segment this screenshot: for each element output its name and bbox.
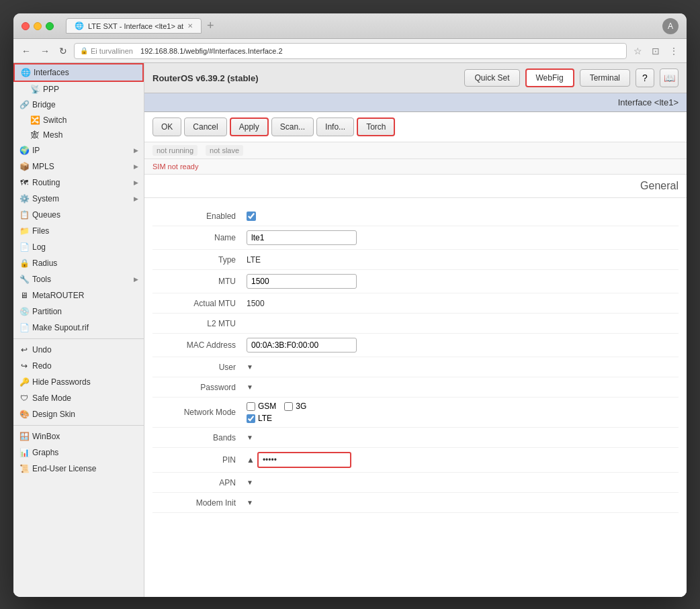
bookmark-button[interactable]: ☆ xyxy=(631,43,645,59)
sidebar-item-mesh[interactable]: 🕸 Mesh xyxy=(13,128,144,142)
3g-checkbox[interactable] xyxy=(284,402,293,411)
sidebar-item-winbox[interactable]: 🪟 WinBox xyxy=(13,428,144,444)
info-button[interactable]: Info... xyxy=(316,118,354,136)
terminal-button[interactable]: Terminal xyxy=(580,69,630,87)
type-label: Type xyxy=(152,255,247,265)
sidebar-item-metarouter[interactable]: 🖥 MetaROUTER xyxy=(13,287,144,303)
password-dropdown-arrow[interactable]: ▼ xyxy=(247,383,253,391)
mac-address-input[interactable] xyxy=(247,338,357,353)
not-running-tag: not running xyxy=(152,145,198,156)
lte-option[interactable]: LTE xyxy=(247,414,306,423)
interface-title: Interface <lte1> xyxy=(618,97,679,107)
traffic-lights xyxy=(21,22,54,30)
name-input[interactable] xyxy=(247,230,357,245)
tab-close-button[interactable]: ✕ xyxy=(187,22,193,30)
sidebar-item-make-supout[interactable]: 📄 Make Supout.rif xyxy=(13,320,144,336)
sidebar-item-interfaces[interactable]: 🌐 Interfaces xyxy=(13,63,144,82)
maximize-button[interactable] xyxy=(46,22,54,30)
network-mode-row: Network Mode GSM 3G xyxy=(152,397,679,428)
main-layout: 🌐 Interfaces 📡 PPP 🔗 Bridge 🔀 Switch 🕸 M… xyxy=(13,63,687,597)
password-row: Password ▼ xyxy=(152,377,679,397)
sidebar-item-tools[interactable]: 🔧 Tools xyxy=(13,271,144,287)
sidebar-item-queues[interactable]: 📋 Queues xyxy=(13,207,144,223)
sidebar-item-graphs[interactable]: 📊 Graphs xyxy=(13,444,144,461)
close-button[interactable] xyxy=(21,22,30,30)
webfig-button[interactable]: WebFig xyxy=(525,68,574,87)
sidebar-divider-2 xyxy=(13,425,144,426)
sidebar-item-label: Safe Mode xyxy=(32,393,71,403)
mtu-input[interactable] xyxy=(247,274,357,289)
3g-option[interactable]: 3G xyxy=(284,402,306,411)
new-tab-button[interactable]: + xyxy=(204,19,217,33)
sidebar-item-files[interactable]: 📁 Files xyxy=(13,223,144,239)
tab-title: LTE SXT - Interface <lte1> at xyxy=(88,22,183,30)
interface-panel: Interface <lte1> OK Cancel Apply Scan...… xyxy=(144,93,687,597)
sidebar-item-system[interactable]: ⚙️ System xyxy=(13,191,144,207)
bands-dropdown-arrow[interactable]: ▼ xyxy=(247,434,253,441)
cancel-button[interactable]: Cancel xyxy=(184,118,226,136)
sidebar-item-routing[interactable]: 🗺 Routing xyxy=(13,175,144,191)
reload-button[interactable]: ↻ xyxy=(56,43,70,59)
sidebar-item-ip[interactable]: 🌍 IP xyxy=(13,142,144,158)
undo-icon: ↩ xyxy=(19,344,30,355)
sidebar-item-label: Make Supout.rif xyxy=(32,323,89,332)
type-row: Type LTE xyxy=(152,250,679,270)
l2-mtu-row: L2 MTU xyxy=(152,314,679,334)
ok-button[interactable]: OK xyxy=(152,118,181,136)
help-button[interactable]: ? xyxy=(636,68,654,87)
sidebar-item-ppp[interactable]: 📡 PPP xyxy=(13,82,144,97)
profile-icon[interactable]: A xyxy=(662,18,679,34)
address-input-wrapper[interactable]: 🔒 Ei turvallinen 192.168.88.1/webfig/#In… xyxy=(74,43,627,59)
sidebar-item-undo[interactable]: ↩ Undo xyxy=(13,342,144,358)
metarouter-icon: 🖥 xyxy=(19,290,30,301)
enabled-checkbox[interactable] xyxy=(247,212,256,221)
lte-label: LTE xyxy=(258,414,272,423)
gsm-label: GSM xyxy=(258,402,276,411)
sidebar-item-label: Hide Passwords xyxy=(32,377,91,387)
sidebar-item-redo[interactable]: ↪ Redo xyxy=(13,358,144,374)
sidebar-item-label: Redo xyxy=(32,361,52,371)
menu-button[interactable]: ⋮ xyxy=(666,43,681,59)
sidebar-item-radius[interactable]: 🔒 Radius xyxy=(13,255,144,271)
pin-input[interactable] xyxy=(257,452,351,468)
modem-init-dropdown-arrow[interactable]: ▼ xyxy=(247,499,253,506)
apply-button[interactable]: Apply xyxy=(230,118,269,136)
torch-button[interactable]: Torch xyxy=(357,118,395,136)
pin-up-arrow[interactable]: ▲ xyxy=(247,455,255,465)
quick-set-button[interactable]: Quick Set xyxy=(464,69,519,87)
sim-status-bar: SIM not ready xyxy=(144,159,687,175)
sidebar-item-safe-mode[interactable]: 🛡 Safe Mode xyxy=(13,390,144,406)
book-button[interactable]: 📖 xyxy=(660,68,679,87)
gsm-checkbox[interactable] xyxy=(247,402,255,411)
back-button[interactable]: ← xyxy=(19,43,34,59)
gsm-option[interactable]: GSM xyxy=(247,402,276,411)
password-dropdown: ▼ xyxy=(247,383,253,391)
apn-dropdown-arrow[interactable]: ▼ xyxy=(247,479,253,486)
sidebar-item-log[interactable]: 📄 Log xyxy=(13,239,144,255)
user-dropdown-arrow[interactable]: ▼ xyxy=(247,363,253,371)
lte-checkbox[interactable] xyxy=(247,414,255,423)
site-security-text: Ei turvallinen xyxy=(91,47,133,55)
sidebar-item-partition[interactable]: 💿 Partition xyxy=(13,303,144,320)
minimize-button[interactable] xyxy=(34,22,42,30)
routeros-header: RouterOS v6.39.2 (stable) Quick Set WebF… xyxy=(144,63,687,93)
sidebar-item-switch[interactable]: 🔀 Switch xyxy=(13,113,144,128)
forward-button[interactable]: → xyxy=(38,43,52,59)
scan-button[interactable]: Scan... xyxy=(271,118,314,136)
apn-dropdown: ▼ xyxy=(247,479,253,486)
browser-tab[interactable]: 🌐 LTE SXT - Interface <lte1> at ✕ xyxy=(66,18,202,34)
license-icon: 📜 xyxy=(19,463,30,474)
modem-init-row: Modem Init ▼ xyxy=(152,493,679,513)
sidebar-item-hide-passwords[interactable]: 🔑 Hide Passwords xyxy=(13,374,144,390)
sidebar-item-end-user-license[interactable]: 📜 End-User License xyxy=(13,461,144,477)
mtu-label: MTU xyxy=(152,277,247,286)
cast-button[interactable]: ⊡ xyxy=(649,43,662,59)
lock-icon: 🔒 xyxy=(80,47,88,54)
sidebar-item-bridge[interactable]: 🔗 Bridge xyxy=(13,97,144,113)
sidebar-item-mpls[interactable]: 📦 MPLS xyxy=(13,158,144,175)
enabled-checkbox-wrapper xyxy=(247,212,256,221)
sidebar-item-label: Queues xyxy=(32,210,60,220)
network-mode-options: GSM 3G LTE xyxy=(247,402,306,423)
sidebar-item-design-skin[interactable]: 🎨 Design Skin xyxy=(13,406,144,422)
ip-icon: 🌍 xyxy=(19,145,30,156)
